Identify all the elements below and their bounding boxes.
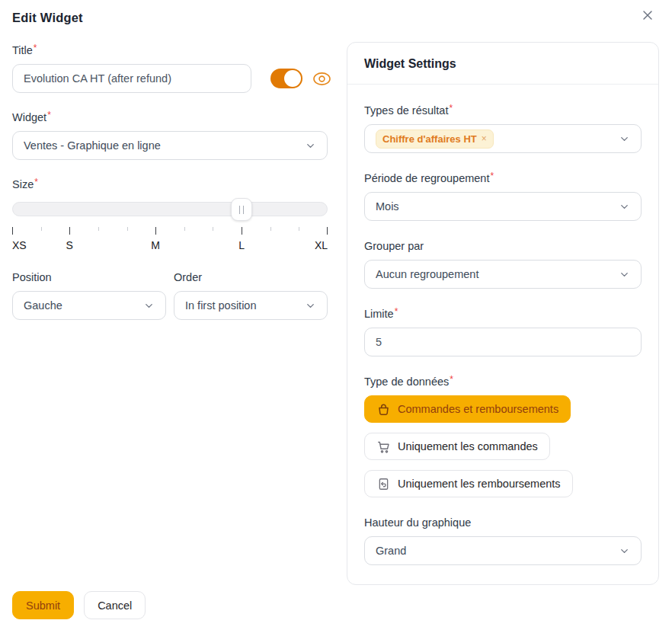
chip-remove-icon[interactable]: × [482,133,487,144]
size-label: Size [12,178,328,190]
widget-field-group: Widget Ventes - Graphique en ligne [12,111,328,160]
data-type-label: Type de données [364,376,642,388]
group-by-label: Grouper par [364,240,642,252]
widget-select[interactable]: Ventes - Graphique en ligne [12,131,328,160]
chevron-down-icon [305,300,316,312]
chevron-down-icon [305,140,316,152]
visibility-toggle[interactable] [270,69,302,88]
left-column: Title Widget Ven [12,42,328,320]
edit-widget-modal: Edit Widget Title [0,0,672,633]
size-tick-xs: XS [12,239,27,251]
group-by-select[interactable]: Aucun regroupement [364,260,642,289]
group-period-select[interactable]: Mois [364,192,642,221]
chevron-down-icon [143,300,155,312]
group-by-group: Grouper par Aucun regroupement [364,240,642,289]
chevron-down-icon [619,269,630,280]
widget-settings-body: Types de résultat Chiffre d'affaires HT … [347,85,658,584]
slider-grip-icon [239,206,244,214]
size-tick-xl: XL [315,239,328,251]
toggle-knob [284,70,301,87]
data-type-option-orders-and-refunds[interactable]: Commandes et remboursements [364,395,571,423]
chart-height-select[interactable]: Grand [364,536,642,565]
position-select[interactable]: Gauche [12,291,166,320]
group-by-value: Aucun regroupement [376,268,478,280]
limit-group: Limite [364,308,642,356]
data-type-option-orders-only[interactable]: Uniquement les commandes [364,433,550,460]
data-type-option-label: Uniquement les remboursements [398,478,561,490]
data-type-option-label: Uniquement les commandes [398,440,538,452]
group-period-group: Période de regroupement Mois [364,172,642,221]
cart-icon [376,440,391,454]
modal-header: Edit Widget [12,11,660,25]
position-order-row: Position Gauche Order In first position [12,271,328,320]
chevron-down-icon [619,133,630,145]
limit-input[interactable] [364,328,642,356]
order-field-group: Order In first position [174,271,328,320]
chart-height-value: Grand [376,545,406,557]
position-select-value: Gauche [24,299,62,312]
size-slider-labels: XS S M L XL [12,239,328,253]
result-types-label: Types de résultat [364,104,642,117]
result-types-multiselect[interactable]: Chiffre d'affaires HT × [364,124,642,153]
chevron-down-icon [619,201,630,213]
group-period-value: Mois [376,200,399,213]
title-input[interactable] [12,64,251,93]
size-slider [12,198,328,221]
widget-settings-header: Widget Settings [347,43,658,85]
widget-settings-panel: Widget Settings Types de résultat Chiffr… [347,42,659,585]
order-label: Order [174,271,328,283]
data-type-option-refunds-only[interactable]: Uniquement les remboursements [364,470,573,497]
size-slider-track[interactable] [12,202,328,216]
widget-label: Widget [12,111,328,123]
widget-select-value: Ventes - Graphique en ligne [24,139,161,152]
modal-content: Title Widget Ven [12,42,660,585]
size-tick-s: S [66,239,73,251]
group-period-label: Période de regroupement [364,172,642,184]
title-label: Title [12,44,328,56]
order-select-value: In first position [185,299,257,312]
size-tick-l: L [238,239,245,251]
result-types-group: Types de résultat Chiffre d'affaires HT … [364,104,642,153]
cancel-button[interactable]: Cancel [84,591,146,619]
size-slider-ticks [12,227,328,236]
refund-icon [376,477,391,491]
size-field-group: Size [12,178,328,253]
eye-icon[interactable] [312,72,331,86]
size-tick-m: M [151,239,160,251]
chart-height-label: Hauteur du graphique [364,516,642,529]
modal-title: Edit Widget [12,11,83,25]
position-label: Position [12,271,166,283]
result-type-chip-label: Chiffre d'affaires HT [382,133,477,145]
modal-footer: Submit Cancel [12,591,146,619]
close-icon[interactable] [640,8,657,24]
size-slider-handle[interactable] [231,198,252,221]
chart-height-group: Hauteur du graphique Grand [364,516,642,565]
limit-label: Limite [364,308,642,320]
order-select[interactable]: In first position [174,291,328,320]
submit-button[interactable]: Submit [12,591,74,619]
result-type-chip: Chiffre d'affaires HT × [376,129,494,149]
data-type-group: Type de données Commandes et rembourseme… [364,376,642,497]
widget-settings-title: Widget Settings [364,57,642,71]
bag-icon [376,402,391,417]
position-field-group: Position Gauche [12,271,166,320]
data-type-option-label: Commandes et remboursements [398,403,558,415]
chevron-down-icon [619,545,630,557]
title-field-group: Title [12,44,328,93]
